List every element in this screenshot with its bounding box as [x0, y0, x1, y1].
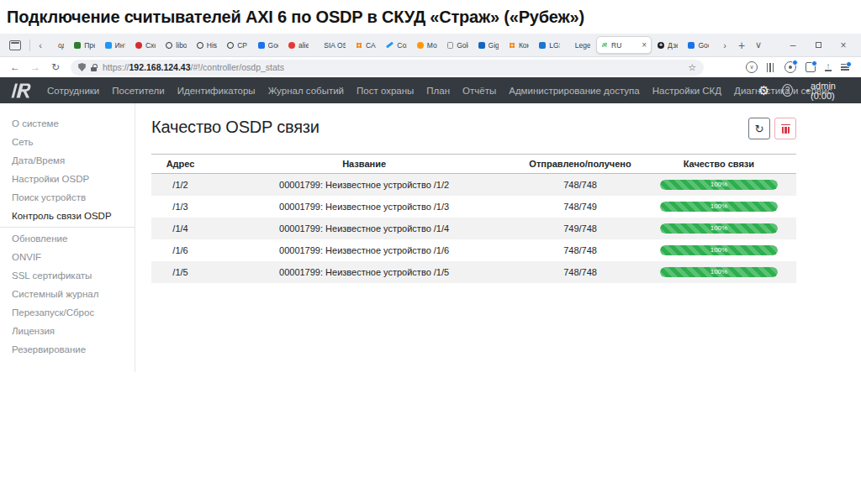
- browser-tab[interactable]: GigaV: [474, 36, 503, 54]
- navbar-item[interactable]: Администрирование доступа: [509, 86, 639, 96]
- navbar-item[interactable]: Идентификаторы: [177, 86, 256, 96]
- ring-favicon-icon: [227, 42, 234, 49]
- pocket-icon[interactable]: ∨: [746, 61, 758, 73]
- sidebar-item[interactable]: SSL сертификаты: [0, 266, 135, 285]
- minimize-button[interactable]: –: [780, 36, 806, 55]
- table-row: /1/500001799: Неизвестное устройство /1/…: [151, 261, 796, 283]
- new-tab-button[interactable]: +: [734, 39, 749, 52]
- browser-tab[interactable]: Gold: [443, 36, 472, 54]
- sidebar-item[interactable]: Системный журнал: [0, 285, 135, 303]
- tab-label: Схем: [145, 41, 156, 50]
- scroll-tabs-right-button[interactable]: ›: [717, 40, 732, 50]
- screenshot-root: Подключение считывателей AXI 6 по OSDP в…: [0, 0, 861, 504]
- browser-tab[interactable]: libosd: [161, 36, 190, 54]
- browser-tab[interactable]: Преп: [70, 36, 98, 54]
- browser-tab[interactable]: aliexp: [284, 36, 313, 54]
- browser-tab[interactable]: CP mc: [223, 36, 251, 54]
- browser-tab[interactable]: Схем: [131, 36, 160, 54]
- browser-tab[interactable]: SIA OSDP: [314, 36, 350, 54]
- extensions-icon[interactable]: [806, 62, 816, 72]
- sidebar-item[interactable]: Дата/Время: [0, 151, 135, 170]
- sidebar-item[interactable]: О системе: [0, 114, 135, 133]
- tab-label: Преп: [84, 41, 94, 50]
- restore-button[interactable]: [806, 36, 831, 55]
- favicon-icon: [319, 42, 320, 49]
- circle-favicon-icon: [135, 42, 142, 49]
- settings-gear-icon[interactable]: ⚙: [758, 84, 769, 97]
- clear-stats-button[interactable]: [774, 118, 796, 139]
- browser-tab[interactable]: Мои: [413, 36, 441, 54]
- help-icon[interactable]: ?: [782, 84, 793, 97]
- navbar-item[interactable]: Настройки СКД: [652, 86, 721, 96]
- page-title: Подключение считывателей AXI 6 по OSDP в…: [7, 8, 584, 27]
- divider: [29, 39, 30, 51]
- pencil-favicon-icon: [386, 42, 394, 49]
- app-menu-icon[interactable]: [841, 64, 849, 71]
- sidebar-item[interactable]: Контроль связи OSDP: [0, 207, 135, 228]
- square-favicon-icon: [688, 42, 695, 49]
- refresh-button[interactable]: ↻: [748, 118, 770, 139]
- forward-button[interactable]: →: [27, 61, 44, 73]
- navbar-item[interactable]: Пост охраны: [357, 86, 414, 96]
- sidebar-item[interactable]: Резервирование: [0, 340, 135, 359]
- tab-strip-controls: › + ∨: [717, 39, 766, 52]
- sidebar-item[interactable]: Поиск устройств: [0, 188, 135, 207]
- browser-tab[interactable]: LGS51: [535, 36, 563, 54]
- window-controls: – ×: [780, 36, 856, 55]
- browser-tab[interactable]: CA-IS: [351, 36, 380, 54]
- browser-tab[interactable]: +Дзен: [653, 36, 682, 54]
- browser-tab[interactable]: Созда: [382, 36, 410, 54]
- back-button[interactable]: ←: [7, 61, 24, 73]
- account-icon[interactable]: [784, 61, 796, 73]
- tab-label: Legen: [575, 41, 590, 50]
- tab-close-icon[interactable]: ×: [642, 41, 647, 50]
- browser-tab-strip: ‹ одеПрепИнтеСхемlibosdHistorCP mcGoogla…: [0, 34, 861, 57]
- tracking-protection-shield-icon[interactable]: [78, 63, 86, 71]
- sidebar-item[interactable]: Перезапуск/Сброс: [0, 303, 135, 322]
- library-icon[interactable]: [767, 63, 775, 72]
- cell-quality: 100%: [642, 218, 796, 239]
- cell-sent-received: 748/748: [519, 174, 642, 197]
- browser-tab[interactable]: Legen: [566, 36, 594, 54]
- browser-tab[interactable]: Googl: [254, 36, 283, 54]
- bookmark-star-icon[interactable]: ☆: [688, 62, 696, 73]
- sidebar-item[interactable]: ONVIF: [0, 248, 135, 266]
- browser-tab[interactable]: оде: [49, 36, 68, 54]
- user-caret-icon: ◂: [806, 87, 809, 94]
- reload-button[interactable]: ↻: [47, 61, 64, 73]
- rubezh-logo-icon[interactable]: [8, 81, 34, 100]
- browser-tab[interactable]: RU×: [596, 36, 652, 54]
- favicon-icon: [570, 42, 572, 49]
- sidebar-item[interactable]: Лицензия: [0, 322, 135, 340]
- scroll-tabs-left-button[interactable]: ‹: [34, 40, 46, 50]
- lock-icon[interactable]: [91, 64, 98, 71]
- share-icon[interactable]: ↑: [825, 63, 832, 71]
- column-header: Адрес: [151, 155, 209, 174]
- navbar-item[interactable]: Отчёты: [462, 86, 496, 96]
- quality-progress-fill: 100%: [660, 202, 778, 212]
- browser-tab[interactable]: Histor: [193, 36, 221, 54]
- main-header: Качество OSDP связи ↻: [151, 118, 796, 139]
- header-actions: ↻: [748, 118, 796, 139]
- navbar-item[interactable]: План: [426, 86, 450, 96]
- tab-label: LGS51: [549, 41, 559, 50]
- address-input[interactable]: https://192.168.124.43/#!/controller/osd…: [71, 60, 704, 76]
- navbar-item[interactable]: Посетители: [112, 86, 164, 96]
- browser-tab[interactable]: Googl: [684, 36, 712, 54]
- close-window-button[interactable]: ×: [831, 36, 856, 55]
- list-all-tabs-button[interactable]: ∨: [751, 39, 766, 50]
- browser-tab[interactable]: Контр: [504, 36, 533, 54]
- sidebar-item[interactable]: Обновление: [0, 229, 135, 248]
- firefox-view-button[interactable]: [5, 37, 25, 54]
- cell-quality: 100%: [642, 239, 796, 261]
- sidebar-item[interactable]: Настройки OSDP: [0, 170, 135, 188]
- cell-name: 00001799: Неизвестное устройство /1/3: [209, 196, 519, 218]
- sidebar-item[interactable]: Сеть: [0, 133, 135, 151]
- user-menu[interactable]: ◂admin (0:00): [806, 81, 853, 101]
- browser-tab[interactable]: Инте: [101, 36, 129, 54]
- refresh-icon: ↻: [755, 123, 764, 134]
- square-favicon-icon: [105, 42, 112, 49]
- navbar-item[interactable]: Сотрудники: [47, 86, 99, 96]
- tab-label: Инте: [115, 41, 125, 50]
- navbar-item[interactable]: Журнал событий: [268, 86, 344, 96]
